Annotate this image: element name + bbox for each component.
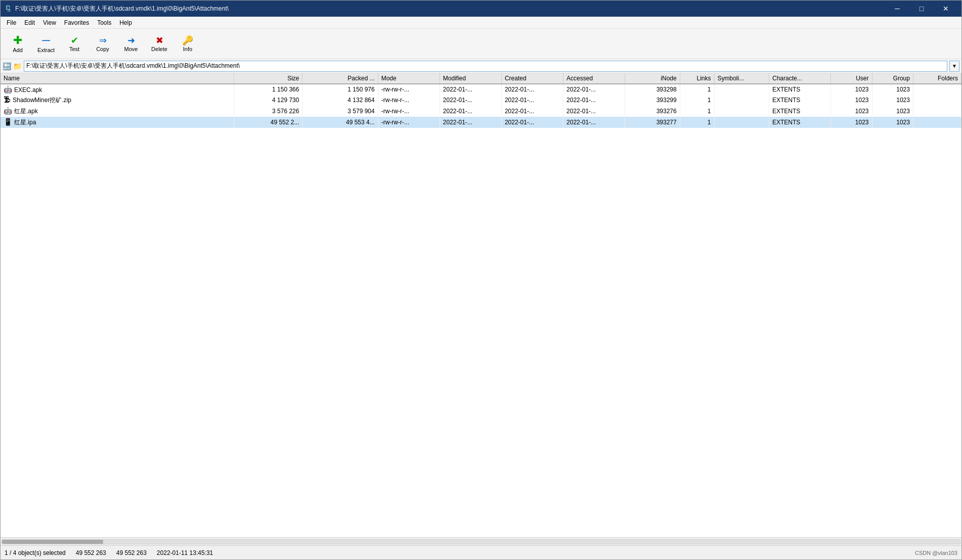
file-list-container[interactable]: Name Size Packed ... Mode Modified Creat… [1,73,961,537]
col-header-folders[interactable]: Folders [913,73,961,84]
status-left: 1 / 4 object(s) selected 49 552 263 49 5… [5,549,213,556]
move-label: Move [124,46,138,52]
file-modified: 2022-01-... [440,84,501,95]
col-header-characters[interactable]: Characte... [769,73,831,84]
scrollbar-thumb[interactable] [2,540,103,544]
col-header-symlinks[interactable]: Symboli... [714,73,769,84]
address-dropdown[interactable]: ▼ [949,61,959,72]
file-inode: 393276 [625,106,680,117]
file-size: 3 576 226 [234,106,302,117]
table-row[interactable]: 📱红星.ipa49 552 2...49 553 4...-rw-rw-r-..… [1,117,961,128]
table-header-row: Name Size Packed ... Mode Modified Creat… [1,73,961,84]
file-symlinks [714,117,769,128]
file-packed: 4 132 864 [302,95,378,106]
table-row[interactable]: 🤖EXEC.apk1 150 3661 150 976-rw-rw-r-...2… [1,84,961,95]
scrollbar-area[interactable] [1,537,961,545]
file-list: 🤖EXEC.apk1 150 3661 150 976-rw-rw-r-...2… [1,84,961,128]
file-characters: EXTENTS [769,106,831,117]
file-name: 📱红星.ipa [1,117,234,128]
extract-label: Extract [37,47,55,53]
minimize-button[interactable]: ─ [886,1,909,17]
folder-icon: 📁 [13,62,22,70]
file-table: Name Size Packed ... Mode Modified Creat… [1,73,961,128]
menu-view[interactable]: View [39,18,60,27]
menu-help[interactable]: Help [115,18,136,27]
info-label: Info [183,46,192,52]
move-icon: ➜ [127,36,135,45]
menu-favorites[interactable]: Favorites [60,18,93,27]
window-icon: 🗜️ [5,5,12,12]
file-mode: -rw-rw-r-... [378,84,440,95]
copy-button[interactable]: ⇒ Copy [90,31,116,57]
test-button[interactable]: ✔ Test [61,31,88,57]
file-inode: 393299 [625,95,680,106]
file-packed: 1 150 976 [302,84,378,95]
file-group: 1023 [872,117,913,128]
file-symlinks [714,84,769,95]
test-icon: ✔ [71,36,78,45]
col-header-accessed[interactable]: Accessed [563,73,625,84]
col-header-user[interactable]: User [831,73,872,84]
file-created: 2022-01-... [501,95,563,106]
col-header-mode[interactable]: Mode [378,73,440,84]
col-header-links[interactable]: Links [680,73,714,84]
menu-bar: File Edit View Favorites Tools Help [1,17,961,29]
file-characters: EXTENTS [769,117,831,128]
close-button[interactable]: ✕ [934,1,957,17]
file-name: 🤖红星.apk [1,106,234,117]
file-size: 1 150 366 [234,84,302,95]
title-bar: 🗜️ F:\取证\受害人\手机\安卓\受害人手机\sdcard.vmdk\1.i… [1,1,961,17]
status-size: 49 552 263 [76,549,106,556]
info-icon: 🔑 [182,36,193,45]
move-button[interactable]: ➜ Move [118,31,144,57]
file-group: 1023 [872,84,913,95]
address-input[interactable] [24,61,947,72]
menu-tools[interactable]: Tools [93,18,115,27]
extract-button[interactable]: ─ Extract [33,31,59,57]
file-created: 2022-01-... [501,84,563,95]
table-row[interactable]: 🗜ShadowMiner挖矿.zip4 129 7304 132 864-rw-… [1,95,961,106]
status-datetime: 2022-01-11 13:45:31 [157,549,213,556]
file-modified: 2022-01-... [440,106,501,117]
copy-icon: ⇒ [99,36,107,45]
back-icon[interactable]: 🔙 [3,62,11,70]
file-modified: 2022-01-... [440,95,501,106]
file-symlinks [714,95,769,106]
menu-file[interactable]: File [3,18,20,27]
file-mode: -rw-rw-r-... [378,106,440,117]
file-inode: 393298 [625,84,680,95]
add-button[interactable]: ✚ Add [5,31,31,57]
file-group: 1023 [872,106,913,117]
col-header-size[interactable]: Size [234,73,302,84]
file-user: 1023 [831,117,872,128]
file-user: 1023 [831,106,872,117]
status-selected: 1 / 4 object(s) selected [5,549,66,556]
col-header-name[interactable]: Name [1,73,234,84]
status-bar: 1 / 4 object(s) selected 49 552 263 49 5… [1,545,961,559]
file-inode: 393277 [625,117,680,128]
col-header-packed[interactable]: Packed ... [302,73,378,84]
file-accessed: 2022-01-... [563,95,625,106]
col-header-group[interactable]: Group [872,73,913,84]
file-size: 4 129 730 [234,95,302,106]
delete-button[interactable]: ✖ Delete [146,31,172,57]
copy-label: Copy [96,46,109,52]
toolbar: ✚ Add ─ Extract ✔ Test ⇒ Copy ➜ Move ✖ D… [1,29,961,59]
info-button[interactable]: 🔑 Info [174,31,201,57]
file-mode: -rw-rw-r-... [378,117,440,128]
window-title: F:\取证\受害人\手机\安卓\受害人手机\sdcard.vmdk\1.img\… [15,5,229,13]
menu-edit[interactable]: Edit [20,18,39,27]
file-links: 1 [680,95,714,106]
col-header-inode[interactable]: iNode [625,73,680,84]
file-links: 1 [680,84,714,95]
file-name: 🤖EXEC.apk [1,84,234,95]
col-header-created[interactable]: Created [501,73,563,84]
file-links: 1 [680,106,714,117]
scrollbar-track[interactable] [2,539,960,544]
col-header-modified[interactable]: Modified [440,73,501,84]
file-modified: 2022-01-... [440,117,501,128]
table-row[interactable]: 🤖红星.apk3 576 2263 579 904-rw-rw-r-...202… [1,106,961,117]
maximize-button[interactable]: □ [910,1,933,17]
extract-icon: ─ [42,35,50,46]
delete-icon: ✖ [156,36,163,45]
